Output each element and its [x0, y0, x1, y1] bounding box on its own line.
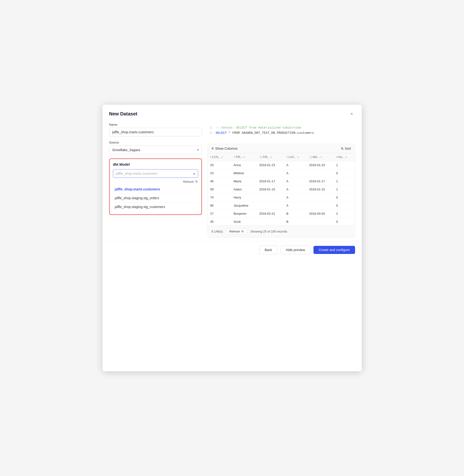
cell-col2-5: Jacqueline: [231, 202, 257, 210]
modal-header: New Dataset ×: [103, 105, 362, 121]
cell-col4-4: A: [284, 193, 307, 202]
cell-col1-6: 27: [208, 210, 232, 218]
source-select-wrapper: Snowflake_Sagara ▼: [109, 146, 202, 154]
cell-col1-1: 23: [208, 169, 232, 177]
sort-arrows-1: ⇅: [243, 156, 245, 159]
cell-col6-0: 1: [334, 161, 355, 169]
cell-col5-1: [307, 169, 334, 177]
name-label: Name: [109, 123, 202, 126]
cell-col1-5: 96: [208, 202, 232, 210]
cell-col3-2: 2018-01-17: [257, 177, 284, 185]
cell-col2-0: Anna: [231, 161, 257, 169]
dbt-option-2[interactable]: jaffle_shop.staging.stg_customers: [113, 203, 198, 211]
close-button[interactable]: ×: [348, 110, 355, 117]
code-line-2: 2 SELECT * FROM SAGARA_DBT_TEST_DB.PRODU…: [208, 130, 355, 136]
hide-preview-button[interactable]: Hide preview: [280, 246, 311, 254]
query-time: 6.148(s): [212, 230, 223, 233]
cell-col5-4: [307, 193, 334, 202]
cell-col4-3: A: [284, 185, 307, 193]
sort-label: Sort: [345, 147, 351, 150]
dbt-refresh-row[interactable]: Refresh ↻: [113, 180, 198, 183]
cell-col5-7: [307, 218, 334, 226]
cell-col2-6: Benjamin: [231, 210, 257, 218]
dbt-refresh-icon: ↻: [195, 180, 198, 183]
dbt-option-0[interactable]: jaffle_shop.marts.customers: [113, 185, 198, 194]
code-area: 1 -- Census: SELECT from materialized ta…: [208, 123, 355, 138]
refresh-button[interactable]: Refresh ↻: [226, 228, 247, 235]
sort-arrows-4: ⇅: [320, 156, 322, 159]
table-row: 45ScottB0: [208, 218, 355, 226]
cell-col6-1: 0: [334, 169, 355, 177]
cell-col2-2: Maria: [231, 177, 257, 185]
table-body: 20Anna2018-01-23A2018-01-23123MildredA04…: [208, 161, 355, 226]
cell-col1-0: 20: [208, 161, 232, 169]
table-row: 96JacquelineA0: [208, 202, 355, 210]
code-line-num-2: 2: [208, 130, 212, 136]
sort-arrows-0: ⇅: [221, 156, 223, 159]
refresh-label: Refresh: [229, 230, 240, 233]
cell-col6-7: 0: [334, 218, 355, 226]
cell-col5-0: 2018-01-23: [307, 161, 334, 169]
table-row: 74HarryA0: [208, 193, 355, 202]
cell-col5-6: 2018-04-04: [307, 210, 334, 218]
show-columns-button[interactable]: ≡ Show Columns: [212, 146, 238, 151]
col-header-4: 🕐MO...⇅: [307, 153, 334, 161]
col-icon-2: 🕐: [259, 156, 262, 159]
right-panel: 1 -- Census: SELECT from materialized ta…: [208, 123, 355, 237]
col-header-1: TFIR...⇅: [231, 153, 257, 161]
source-label: Source: [109, 141, 202, 144]
table-row: 40Maria2018-01-17A2018-01-171: [208, 177, 355, 185]
col-header-2: 🕐FIR...⇅: [257, 153, 284, 161]
table-scroll-area[interactable]: #CUS...⇅ TFIR...⇅ 🕐FIR...⇅ TLAS...⇅ 🕐MO.…: [208, 153, 355, 226]
cell-col1-3: 59: [208, 185, 232, 193]
header-row: #CUS...⇅ TFIR...⇅ 🕐FIR...⇅ TLAS...⇅ 🕐MO.…: [208, 153, 355, 161]
modal-footer: Back Hide preview Create and configure: [103, 241, 362, 258]
dbt-search-input[interactable]: [113, 169, 198, 178]
cell-col3-7: [257, 218, 284, 226]
cell-col2-4: Harry: [231, 193, 257, 202]
modal-body: Name Source Snowflake_Sagara ▼ dbt Model…: [103, 123, 362, 237]
table-row: 59Adam2018-01-15A2018-01-151: [208, 185, 355, 193]
dbt-search-wrapper: ▲: [113, 169, 198, 178]
code-line-1: 1 -- Census: SELECT from materialized ta…: [208, 125, 355, 130]
name-group: Name: [109, 123, 202, 136]
data-table: #CUS...⇅ TFIR...⇅ 🕐FIR...⇅ TLAS...⇅ 🕐MO.…: [208, 153, 355, 226]
cell-col1-7: 45: [208, 218, 232, 226]
back-button[interactable]: Back: [259, 246, 278, 254]
cell-col1-4: 74: [208, 193, 232, 202]
source-select[interactable]: Snowflake_Sagara: [109, 146, 202, 154]
cell-col4-2: A: [284, 177, 307, 185]
table-row: 23MildredA0: [208, 169, 355, 177]
table-footer: 6.148(s) Refresh ↻ Showing 25 of 100 rec…: [208, 226, 355, 237]
code-line-num-1: 1: [208, 125, 212, 130]
table-row: 27Benjamin2018-02-21B2018-04-042: [208, 210, 355, 218]
records-label: Showing 25 of 100 records: [251, 230, 287, 233]
col-header-5: #NU...⇅: [334, 153, 355, 161]
cell-col4-6: B: [284, 210, 307, 218]
cell-col6-4: 0: [334, 193, 355, 202]
code-comment-1: -- Census: SELECT from materialized tabl…: [216, 125, 301, 130]
sort-icon: ⇅: [341, 147, 344, 150]
cell-col1-2: 40: [208, 177, 232, 185]
cell-col4-5: A: [284, 202, 307, 210]
dbt-option-1[interactable]: jaffle_shop.staging.stg_orders: [113, 194, 198, 203]
cell-col5-5: [307, 202, 334, 210]
dbt-model-section: dbt Model ▲ Refresh ↻ jaffle_shop.marts.…: [109, 159, 202, 215]
cell-col3-1: [257, 169, 284, 177]
sort-arrows-5: ⇅: [345, 156, 347, 159]
col-icon-0: #: [210, 156, 212, 159]
cell-col3-5: [257, 202, 284, 210]
modal-title: New Dataset: [109, 111, 137, 117]
name-input[interactable]: [109, 128, 202, 136]
show-columns-label: Show Columns: [215, 147, 238, 150]
create-configure-button[interactable]: Create and configure: [313, 246, 355, 254]
sort-button[interactable]: ⇅ Sort: [341, 147, 351, 150]
cell-col4-0: A: [284, 161, 307, 169]
table-toolbar: ≡ Show Columns ⇅ Sort: [208, 144, 355, 153]
cell-col6-6: 2: [334, 210, 355, 218]
cell-col2-1: Mildred: [231, 169, 257, 177]
cell-col3-6: 2018-02-21: [257, 210, 284, 218]
cell-col2-7: Scott: [231, 218, 257, 226]
code-line-2-rest: * FROM SAGARA_DBT_TEST_DB.PRODUCTION.cus…: [227, 131, 314, 135]
cell-col4-1: A: [284, 169, 307, 177]
